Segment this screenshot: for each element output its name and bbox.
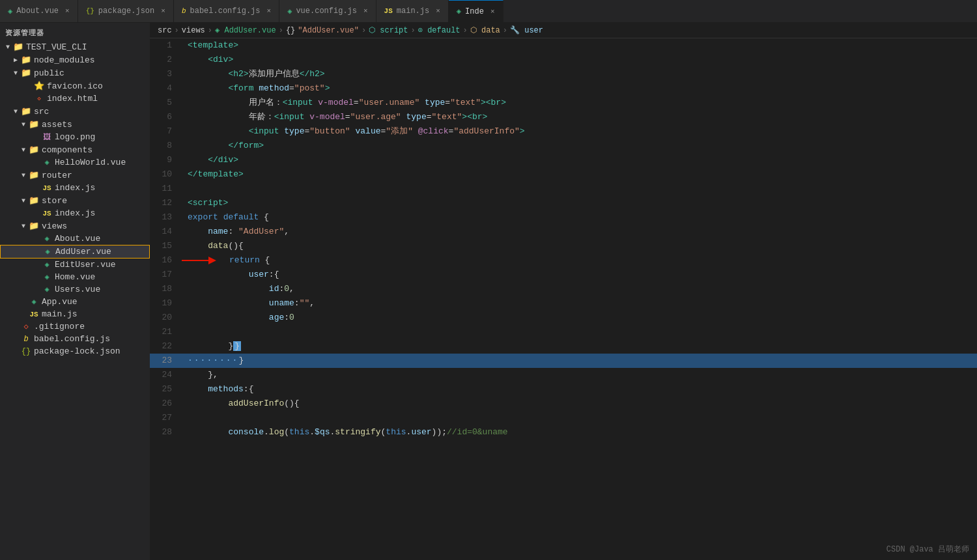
js-file-icon: JS <box>42 210 52 217</box>
line-number: 14 <box>150 225 182 239</box>
line-content: export default { <box>182 210 977 225</box>
sidebar-item-node-modules[interactable]: ▶ 📁 node_modules <box>0 53 150 66</box>
tab-package-json[interactable]: {} package.json × <box>78 0 174 22</box>
sidebar-item-label: Home.vue <box>55 272 150 282</box>
sidebar-item-store[interactable]: ▼ 📁 store <box>0 194 150 207</box>
sidebar-item-main-js[interactable]: JS main.js <box>0 308 150 320</box>
bc-adduser-vue: ◈ AddUser.vue <box>215 25 276 35</box>
line-number: 8 <box>150 139 182 153</box>
code-line-22: 22 }} <box>150 339 977 354</box>
line-number: 12 <box>150 196 182 210</box>
code-line-3: 3 <h2>添加用户信息</h2> <box>150 67 977 81</box>
folder-icon: 📁 <box>21 68 31 78</box>
sidebar-item-label: node_modules <box>34 55 150 65</box>
sidebar-item-label: assets <box>42 120 150 130</box>
tab-close-icon[interactable]: × <box>65 7 70 15</box>
line-content: methods:{ <box>182 382 977 397</box>
sidebar-item-babel-config[interactable]: b babel.config.js <box>0 333 150 345</box>
sidebar-item-users[interactable]: ◈ Users.vue <box>0 283 150 296</box>
tab-label: Inde <box>465 7 484 16</box>
sidebar-item-router[interactable]: ▼ 📁 router <box>0 169 150 182</box>
sidebar-item-views[interactable]: ▼ 📁 views <box>0 219 150 232</box>
json-icon: {} <box>86 7 94 15</box>
sidebar-item-router-index[interactable]: JS index.js <box>0 182 150 194</box>
tab-close-icon[interactable]: × <box>267 7 272 15</box>
editor-area: src › views › ◈ AddUser.vue › {} "AddUse… <box>150 23 977 560</box>
sidebar-item-assets[interactable]: ▼ 📁 assets <box>0 118 150 131</box>
tab-about-vue[interactable]: ◈ About.vue × <box>0 0 78 22</box>
sidebar-item-about[interactable]: ◈ About.vue <box>0 232 150 245</box>
sidebar-item-public[interactable]: ▼ 📁 public <box>0 66 150 79</box>
sidebar-item-package-lock[interactable]: {} package-lock.json <box>0 345 150 357</box>
vue-file-icon: ◈ <box>42 272 52 282</box>
line-number: 1 <box>150 38 182 53</box>
line-number: 24 <box>150 368 182 382</box>
sidebar-item-edituser[interactable]: ◈ EditUser.vue <box>0 259 150 271</box>
sidebar-item-gitignore[interactable]: ◇ .gitignore <box>0 320 150 333</box>
expand-arrow: ▼ <box>18 197 29 204</box>
code-line-28: 28 console.log(this.$qs.stringify(this.u… <box>150 425 977 440</box>
sidebar-item-home[interactable]: ◈ Home.vue <box>0 271 150 283</box>
tab-close-icon[interactable]: × <box>363 7 368 15</box>
sidebar-item-adduser[interactable]: ◈ AddUser.vue <box>0 245 150 259</box>
line-number: 15 <box>150 239 182 253</box>
babel-icon: b <box>21 335 31 344</box>
sidebar-item-app[interactable]: ◈ App.vue <box>0 296 150 308</box>
bc-src: src <box>158 26 172 35</box>
sidebar-item-index-html[interactable]: ⋄ index.html <box>0 92 150 105</box>
code-line-26: 26 addUserInfo(){ <box>150 397 977 411</box>
line-number: 18 <box>150 282 182 296</box>
line-number: 7 <box>150 124 182 139</box>
sidebar-item-label: components <box>42 145 150 155</box>
tab-close-icon[interactable]: × <box>161 7 165 15</box>
red-arrow-icon <box>178 254 218 267</box>
sidebar-item-components[interactable]: ▼ 📁 components <box>0 143 150 156</box>
vue-icon: ◈ <box>457 7 461 16</box>
json-file-icon: {} <box>21 347 31 356</box>
code-line-10: 10 </template> <box>150 167 977 182</box>
sidebar-item-helloworld[interactable]: ◈ HelloWorld.vue <box>0 156 150 169</box>
folder-icon: 📁 <box>29 221 39 231</box>
tab-adduser-vue[interactable]: ◈ Inde × <box>449 0 503 22</box>
vue-file-icon: ◈ <box>42 260 52 270</box>
line-content: uname:"", <box>182 296 977 311</box>
sidebar-item-logo[interactable]: 🖼 logo.png <box>0 131 150 143</box>
line-number: 3 <box>150 67 182 81</box>
bc-sep: › <box>503 26 507 35</box>
tab-main-js[interactable]: JS main.js × <box>376 0 449 22</box>
sidebar-item-label: .gitignore <box>34 322 150 331</box>
bc-sep: › <box>361 26 366 35</box>
line-content: 年龄：<input v-model="user.age" type="text"… <box>182 110 977 124</box>
bc-adduser-str: "AddUser.vue" <box>298 26 359 35</box>
sidebar-item-favicon[interactable]: ⭐ favicon.ico <box>0 79 150 92</box>
html-icon: ⋄ <box>34 94 44 103</box>
tab-close-icon[interactable]: × <box>436 7 440 15</box>
bc-default: ⊙ default <box>418 25 460 35</box>
line-content: id:0, <box>182 282 977 296</box>
code-line-11: 11 <box>150 182 977 196</box>
tab-vue-config[interactable]: ◈ vue.config.js × <box>279 0 376 22</box>
line-number: 21 <box>150 325 182 339</box>
code-line-7: 7 <input type="button" value="添加" @click… <box>150 124 977 139</box>
tab-babel-config[interactable]: b babel.config.js × <box>174 0 279 22</box>
folder-icon: 📁 <box>29 170 39 180</box>
code-editor[interactable]: 1 <template> 2 <div> 3 <h2>添加用户信息</h2> 4… <box>150 38 977 560</box>
sidebar-item-store-index[interactable]: JS index.js <box>0 207 150 219</box>
line-number: 16 <box>150 253 182 268</box>
sidebar-item-root[interactable]: ▼ 📁 TEST_VUE_CLI <box>0 40 150 53</box>
sidebar-item-label: babel.config.js <box>34 334 150 344</box>
line-content: <form method="post"> <box>182 81 977 96</box>
line-content: </template> <box>182 167 977 182</box>
bc-sep: › <box>411 26 416 35</box>
code-line-1: 1 <template> <box>150 38 977 53</box>
sidebar-item-src[interactable]: ▼ 📁 src <box>0 105 150 118</box>
tab-close-icon[interactable]: × <box>490 8 495 16</box>
tab-label: About.vue <box>16 7 59 16</box>
code-line-12: 12 <script> <box>150 196 977 210</box>
tab-label: package.json <box>98 7 154 16</box>
expand-arrow: ▼ <box>18 121 29 128</box>
code-line-24: 24 }, <box>150 368 977 382</box>
line-number: 20 <box>150 311 182 325</box>
tab-label: vue.config.js <box>296 7 357 16</box>
code-line-25: 25 methods:{ <box>150 382 977 397</box>
